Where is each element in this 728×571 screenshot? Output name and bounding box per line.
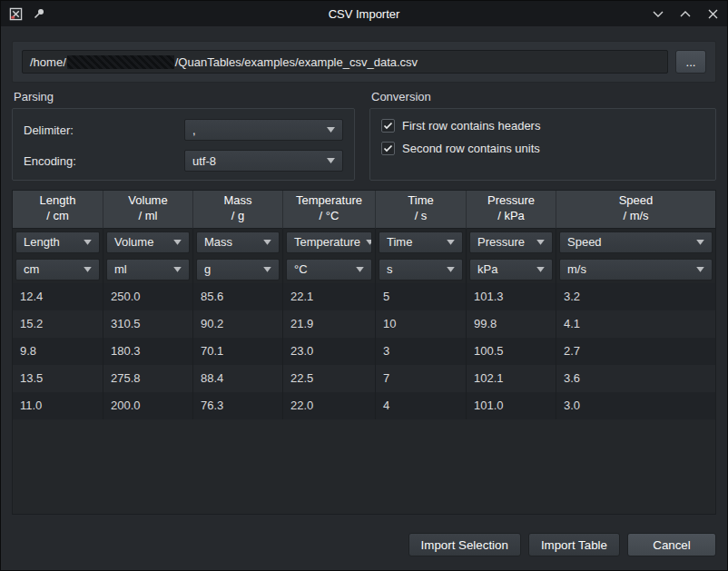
encoding-combobox[interactable]: utf-8 bbox=[184, 150, 343, 172]
unit-combo-cell: s bbox=[376, 256, 467, 283]
table-cell[interactable]: 88.4 bbox=[193, 365, 283, 392]
parsing-group-title: Parsing bbox=[14, 90, 355, 104]
column-header[interactable]: Mass / g bbox=[193, 191, 283, 229]
table-cell[interactable]: 21.9 bbox=[283, 310, 376, 338]
titlebar[interactable]: CSV Importer bbox=[1, 1, 727, 26]
column-header[interactable]: Temperature / °C bbox=[283, 191, 376, 229]
cancel-button[interactable]: Cancel bbox=[627, 533, 716, 556]
table-cell[interactable]: 15.2 bbox=[13, 310, 103, 338]
column-header[interactable]: Length / cm bbox=[13, 191, 103, 229]
chevron-down-icon bbox=[173, 267, 182, 272]
encoding-row: Encoding: utf-8 bbox=[24, 150, 343, 172]
table-cell[interactable]: 22.1 bbox=[283, 283, 376, 310]
chevron-down-icon bbox=[173, 240, 182, 245]
parsing-group: Parsing Delimiter: , Encoding: utf-8 bbox=[12, 90, 355, 181]
unit-combo-cell: g bbox=[193, 256, 283, 283]
encoding-value: utf-8 bbox=[192, 154, 216, 168]
pin-icon[interactable] bbox=[32, 6, 46, 21]
table-cell[interactable]: 5 bbox=[376, 283, 467, 310]
parsing-group-box: Delimiter: , Encoding: utf-8 bbox=[12, 108, 355, 181]
app-icon[interactable] bbox=[8, 6, 23, 21]
table-cell[interactable]: 10 bbox=[376, 310, 467, 338]
table-cell[interactable]: 22.0 bbox=[283, 392, 376, 419]
unit-combobox[interactable]: m/s bbox=[559, 259, 713, 281]
import-table-button[interactable]: Import Table bbox=[528, 533, 620, 556]
table-cell[interactable]: 23.0 bbox=[283, 338, 376, 365]
type-combobox[interactable]: Pressure bbox=[469, 231, 553, 253]
chevron-down-icon bbox=[366, 240, 372, 245]
chevron-down-icon bbox=[696, 267, 704, 272]
type-combobox[interactable]: Mass bbox=[196, 231, 280, 253]
table-cell[interactable]: 102.1 bbox=[467, 365, 556, 392]
chevron-down-icon bbox=[447, 240, 455, 245]
table-cell[interactable]: 99.8 bbox=[467, 310, 556, 338]
second-row-units-checkbox-row[interactable]: Second row contains units bbox=[381, 142, 704, 155]
unit-combobox[interactable]: °C bbox=[286, 259, 372, 281]
table-cell[interactable]: 9.8 bbox=[13, 338, 103, 365]
table-cell[interactable]: 101.3 bbox=[467, 283, 556, 310]
unit-combobox[interactable]: cm bbox=[15, 259, 100, 281]
table-cell[interactable]: 11.0 bbox=[13, 392, 103, 419]
checkbox-checked-icon[interactable] bbox=[381, 119, 395, 133]
table-row: 11.0 200.0 76.3 22.0 4 101.0 3.0 bbox=[13, 392, 715, 419]
table-cell[interactable]: 2.7 bbox=[556, 338, 715, 365]
unit-combobox[interactable]: kPa bbox=[469, 259, 553, 281]
type-combo-cell: Pressure bbox=[467, 229, 556, 256]
unit-combobox[interactable]: s bbox=[379, 259, 463, 281]
table-cell[interactable]: 310.5 bbox=[103, 310, 193, 338]
unit-combobox[interactable]: ml bbox=[106, 259, 190, 281]
table-cell[interactable]: 70.1 bbox=[193, 338, 283, 365]
type-combobox[interactable]: Speed bbox=[559, 231, 713, 253]
browse-button[interactable]: ... bbox=[675, 50, 706, 74]
file-path-prefix: /home/ bbox=[30, 55, 66, 69]
chevron-up-icon[interactable] bbox=[678, 6, 693, 21]
table-cell[interactable]: 101.0 bbox=[467, 392, 556, 419]
type-combobox[interactable]: Volume bbox=[106, 231, 190, 253]
unit-combobox[interactable]: g bbox=[196, 259, 280, 281]
chevron-down-icon bbox=[263, 240, 271, 245]
table-cell[interactable]: 180.3 bbox=[103, 338, 193, 365]
table-cell[interactable]: 4 bbox=[376, 392, 467, 419]
table-cell[interactable]: 7 bbox=[376, 365, 467, 392]
type-combobox[interactable]: Length bbox=[15, 231, 100, 253]
type-combo-cell: Mass bbox=[193, 229, 283, 256]
table-cell[interactable]: 275.8 bbox=[103, 365, 193, 392]
import-selection-button[interactable]: Import Selection bbox=[408, 533, 521, 556]
encoding-label: Encoding: bbox=[24, 154, 76, 168]
chevron-down-icon bbox=[696, 240, 704, 245]
table-empty-area bbox=[13, 419, 715, 514]
first-row-headers-checkbox-row[interactable]: First row contains headers bbox=[381, 119, 704, 133]
table-cell[interactable]: 250.0 bbox=[103, 283, 193, 310]
column-header[interactable]: Pressure / kPa bbox=[467, 191, 556, 229]
table-cell[interactable]: 76.3 bbox=[193, 392, 283, 419]
type-combobox[interactable]: Temperature bbox=[286, 231, 372, 253]
column-header[interactable]: Time / s bbox=[376, 191, 467, 229]
table-cell[interactable]: 200.0 bbox=[103, 392, 193, 419]
table-cell[interactable]: 85.6 bbox=[193, 283, 283, 310]
delimiter-combobox[interactable]: , bbox=[184, 119, 343, 141]
table-cell[interactable]: 12.4 bbox=[13, 283, 103, 310]
checkbox-checked-icon[interactable] bbox=[381, 142, 395, 155]
first-row-headers-label: First row contains headers bbox=[402, 119, 540, 133]
table-cell[interactable]: 90.2 bbox=[193, 310, 283, 338]
column-header[interactable]: Volume / ml bbox=[103, 191, 193, 229]
type-combo-cell: Volume bbox=[103, 229, 193, 256]
table-cell[interactable]: 3.6 bbox=[556, 365, 715, 392]
file-path-input[interactable]: /home/ /QuanTables/examples/example_csv_… bbox=[22, 50, 668, 74]
table-cell[interactable]: 100.5 bbox=[467, 338, 556, 365]
column-header[interactable]: Speed / m/s bbox=[556, 191, 715, 229]
unit-combo-cell: kPa bbox=[467, 256, 556, 283]
delimiter-row: Delimiter: , bbox=[24, 119, 343, 141]
table-cell[interactable]: 3.2 bbox=[556, 283, 715, 310]
type-combobox[interactable]: Time bbox=[379, 231, 463, 253]
close-icon[interactable] bbox=[705, 6, 720, 21]
chevron-down-icon bbox=[263, 267, 271, 272]
table-cell[interactable]: 4.1 bbox=[556, 310, 715, 338]
table-cell[interactable]: 3 bbox=[376, 338, 467, 365]
table-cell[interactable]: 22.5 bbox=[283, 365, 376, 392]
table-cell[interactable]: 13.5 bbox=[13, 365, 103, 392]
table-header-row: Length / cm Volume / ml Mass / g Tempera… bbox=[13, 191, 715, 229]
chevron-down-icon[interactable] bbox=[651, 6, 665, 21]
chevron-down-icon bbox=[536, 240, 545, 245]
table-cell[interactable]: 3.0 bbox=[556, 392, 715, 419]
